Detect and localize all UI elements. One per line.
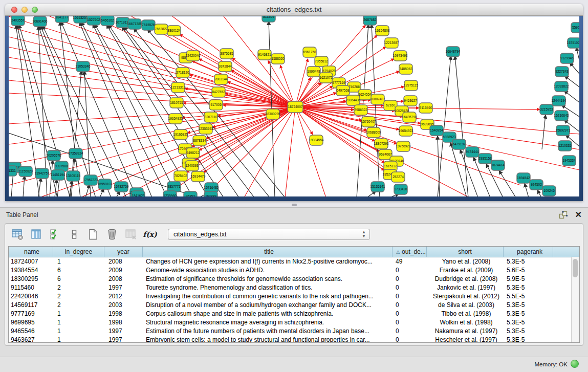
table-row[interactable]: 969969511998Structural magnetic resonanc… xyxy=(9,318,579,327)
close-panel-icon[interactable]: ✕ xyxy=(575,210,582,220)
column-header-year[interactable]: year xyxy=(104,247,143,257)
float-panel-icon[interactable] xyxy=(559,211,568,219)
table-cell[interactable]: 0 xyxy=(393,266,427,275)
graph-edge[interactable] xyxy=(23,176,25,196)
table-cell[interactable]: Structural magnetic resonance image aver… xyxy=(143,318,393,327)
graph-edge[interactable] xyxy=(570,62,579,74)
network-window-titlebar[interactable]: citations_edges.txt xyxy=(5,4,583,16)
table-cell[interactable]: 9115460 xyxy=(9,283,53,292)
table-row[interactable]: 1456911722003Disruption of a novel membe… xyxy=(9,301,579,310)
table-cell[interactable]: 2003 xyxy=(104,301,143,310)
table-cell[interactable]: Changes of HCN gene expression and I(f) … xyxy=(143,257,393,266)
column-header-out-de-[interactable]: △out_de... xyxy=(393,247,427,257)
table-settings-icon[interactable] xyxy=(11,228,24,240)
table-cell[interactable]: 0 xyxy=(393,275,427,283)
column-header-pagerank[interactable]: pagerank xyxy=(504,247,553,257)
scrollbar-thumb[interactable] xyxy=(573,259,578,277)
table-cell[interactable]: 1 xyxy=(53,327,104,336)
column-header-name[interactable]: name xyxy=(9,247,53,257)
table-row[interactable]: 946554611997Estimation of the future num… xyxy=(9,327,579,336)
table-cell[interactable]: 5.3E-5 xyxy=(504,318,553,327)
table-cell[interactable]: 18724007 xyxy=(9,257,53,266)
table-cell[interactable]: de Silva et al. (2003) xyxy=(427,301,504,310)
table-cell[interactable]: 9463627 xyxy=(9,336,53,343)
table-cell[interactable]: 1997 xyxy=(104,283,143,292)
table-cell[interactable]: 1997 xyxy=(104,327,143,336)
table-cell[interactable]: 0 xyxy=(393,301,427,310)
table-cell[interactable]: Embryonic stem cells: a model to study s… xyxy=(143,336,393,343)
table-row[interactable]: 946362711997Embryonic stem cells: a mode… xyxy=(9,336,579,343)
graph-edge[interactable] xyxy=(9,47,295,107)
table-cell[interactable]: 5.3E-5 xyxy=(504,257,553,266)
table-cell[interactable]: Dudbridge et al. (2008) xyxy=(427,275,504,283)
table-cell[interactable]: 5.5E-5 xyxy=(504,292,553,301)
table-cell[interactable]: 6 xyxy=(53,266,104,275)
graph-edge[interactable] xyxy=(499,170,516,196)
network-canvas[interactable]: 2403557306914061841177106532571527602646… xyxy=(9,16,579,196)
table-cell[interactable]: 1998 xyxy=(104,318,143,327)
graph-edge[interactable] xyxy=(9,27,295,107)
table-cell[interactable]: 1 xyxy=(53,257,104,266)
table-cell[interactable]: 1997 xyxy=(104,336,143,343)
table-cell[interactable]: 0 xyxy=(393,336,427,343)
table-cell[interactable]: 22420046 xyxy=(9,292,53,301)
table-cell[interactable]: 5.3E-5 xyxy=(504,283,553,292)
table-cell[interactable]: 5.6E-5 xyxy=(504,266,553,275)
graph-edge[interactable] xyxy=(93,24,178,196)
table-cell[interactable]: 2008 xyxy=(104,257,143,266)
table-cell[interactable]: Estimation of the future numbers of pati… xyxy=(143,327,393,336)
graph-edge[interactable] xyxy=(38,178,41,196)
table-cell[interactable]: 2 xyxy=(53,283,104,292)
table-cell[interactable]: Investigating the contribution of common… xyxy=(143,292,393,301)
table-cell[interactable]: 5.3E-5 xyxy=(504,301,553,310)
table-row[interactable]: 977716911998Corpus callosum shape and si… xyxy=(9,310,579,318)
table-cell[interactable]: Genome-wide association studies in ADHD. xyxy=(143,266,393,275)
table-row[interactable]: 911546021997Tourette syndrome. Phenomeno… xyxy=(9,283,579,292)
show-hide-columns-icon[interactable] xyxy=(30,228,42,240)
graph-edge[interactable] xyxy=(285,107,295,196)
table-cell[interactable]: Tourette syndrome. Phenomenology and cla… xyxy=(143,283,393,292)
graph-edge[interactable] xyxy=(564,91,579,102)
delete-column-icon[interactable] xyxy=(125,228,137,240)
column-header-in-degree[interactable]: in_degree xyxy=(53,247,104,257)
table-cell[interactable]: 5.3E-5 xyxy=(504,310,553,318)
table-cell[interactable]: Stergiakouli et al. (2012) xyxy=(427,292,504,301)
select-columns-icon[interactable] xyxy=(49,228,61,240)
table-cell[interactable]: 1998 xyxy=(104,310,143,318)
table-cell[interactable]: 9465546 xyxy=(9,327,53,336)
table-cell[interactable]: 2 xyxy=(53,292,104,301)
table-cell[interactable]: 6 xyxy=(53,275,104,283)
table-cell[interactable]: 0 xyxy=(393,292,427,301)
table-cell[interactable]: 9699695 xyxy=(9,318,53,327)
table-cell[interactable]: 1 xyxy=(53,310,104,318)
graph-edge[interactable] xyxy=(576,47,579,60)
function-builder-icon[interactable]: f(x) xyxy=(144,228,156,240)
graph-edge[interactable] xyxy=(537,190,541,196)
table-cell[interactable]: 0 xyxy=(393,310,427,318)
table-cell[interactable]: 5.9E-5 xyxy=(504,275,553,283)
table-cell[interactable]: 49 xyxy=(393,257,427,266)
column-header-title[interactable]: title xyxy=(143,247,393,257)
graph-edge[interactable] xyxy=(450,142,467,196)
row-height-icon[interactable] xyxy=(68,228,80,240)
table-vertical-scrollbar[interactable] xyxy=(571,257,579,342)
table-cell[interactable]: Yano et al. (2008) xyxy=(427,257,504,266)
table-cell[interactable]: 18300295 xyxy=(9,275,53,283)
table-cell[interactable]: 19384554 xyxy=(9,266,53,275)
table-cell[interactable]: Tibbo et al. (1998) xyxy=(427,310,504,318)
table-cell[interactable]: 2008 xyxy=(104,275,143,283)
graph-edge[interactable] xyxy=(525,183,529,196)
table-cell[interactable]: 14569117 xyxy=(9,301,53,310)
table-cell[interactable]: Disruption of a novel member of a sodium… xyxy=(143,301,393,310)
table-row[interactable]: 1938455462009Genome-wide association stu… xyxy=(9,266,579,275)
splitter-handle-icon[interactable] xyxy=(292,204,297,206)
table-row[interactable]: 1830029562008Estimation of significance … xyxy=(9,275,579,283)
table-cell[interactable]: 2012 xyxy=(104,292,143,301)
table-cell[interactable]: Franke et al. (2009) xyxy=(427,266,504,275)
table-row[interactable]: 1872400712008Changes of HCN gene express… xyxy=(9,257,579,266)
table-cell[interactable]: Wolkin et al. (1998) xyxy=(427,318,504,327)
table-cell[interactable]: Nakamura et al. (1997) xyxy=(427,327,504,336)
table-cell[interactable]: Jankovic et al. (1997) xyxy=(427,283,504,292)
table-selector-dropdown[interactable]: citations_edges.txt ▲▼ xyxy=(168,229,370,240)
table-cell[interactable]: Corpus callosum shape and size in male p… xyxy=(143,310,393,318)
